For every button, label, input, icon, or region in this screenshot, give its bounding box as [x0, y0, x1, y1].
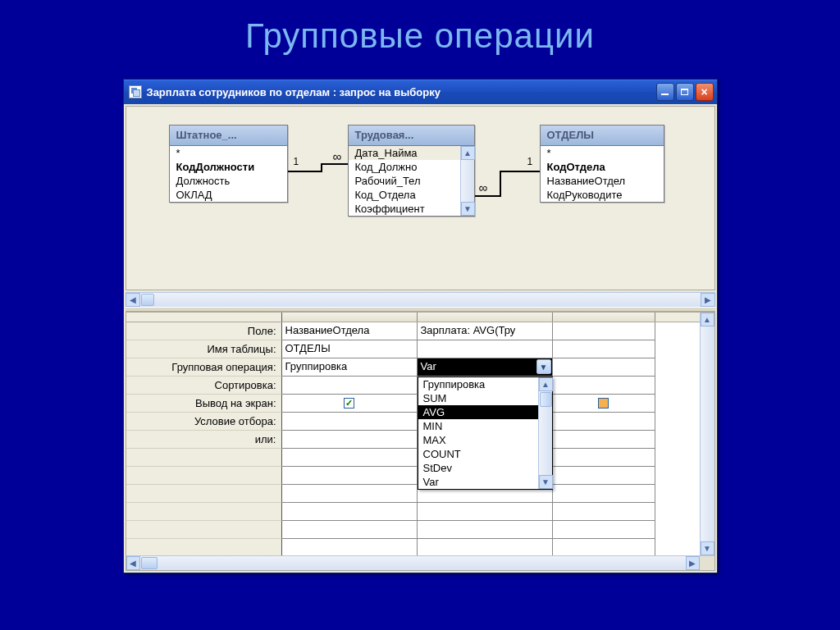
scroll-up-icon[interactable]: ▲: [539, 377, 553, 391]
relation-cardinality-one: 1: [527, 156, 533, 167]
dropdown-option[interactable]: MIN: [418, 419, 538, 433]
dropdown-option[interactable]: COUNT: [418, 447, 538, 461]
row-label: Групповая операция:: [126, 358, 282, 377]
titlebar[interactable]: Зарплата сотрудников по отделам : запрос…: [124, 80, 717, 104]
cell-blank[interactable]: [282, 467, 418, 485]
app-icon: [129, 85, 142, 98]
scrollbar-vertical[interactable]: ▲ ▼: [460, 146, 474, 216]
grid-column-headers: [126, 313, 700, 322]
relation-line[interactable]: [288, 171, 321, 172]
scroll-thumb[interactable]: [141, 294, 154, 306]
window-title: Зарплата сотрудников по отделам : запрос…: [147, 86, 656, 98]
cell-or[interactable]: [553, 431, 655, 449]
scroll-up-icon[interactable]: ▲: [701, 313, 714, 326]
groupop-dropdown[interactable]: Группировка SUM AVG MIN MAX COUNT StDev …: [418, 377, 553, 490]
query-designer-window: Зарплата сотрудников по отделам : запрос…: [123, 79, 718, 573]
cell-table[interactable]: [418, 340, 553, 358]
dropdown-option-selected[interactable]: AVG: [418, 405, 538, 419]
relation-cardinality-many: ∞: [333, 149, 342, 163]
field-pk[interactable]: КодОтдела: [541, 160, 664, 174]
scroll-right-icon[interactable]: ▶: [701, 293, 715, 307]
grid-row-criteria: Условие отбора:: [126, 413, 700, 431]
cell-field[interactable]: [553, 322, 655, 340]
query-grid: Поле: НазваниеОтдела Зарплата: AVG(Тру И…: [126, 312, 715, 571]
field-pk[interactable]: КодДолжности: [170, 160, 287, 174]
table-title[interactable]: ОТДЕЛЫ: [541, 126, 664, 146]
scroll-thumb[interactable]: [141, 557, 158, 569]
field[interactable]: ОКЛАД: [170, 188, 287, 202]
scroll-thumb[interactable]: [540, 392, 552, 407]
field[interactable]: Дата_Найма: [349, 146, 460, 160]
dropdown-option[interactable]: MAX: [418, 433, 538, 447]
cell-sort[interactable]: [553, 377, 655, 395]
cell-table[interactable]: [553, 340, 655, 358]
column-selector[interactable]: [553, 313, 655, 322]
column-selector[interactable]: [282, 313, 418, 322]
row-label: Сортировка:: [126, 377, 282, 395]
column-selector[interactable]: [418, 313, 553, 322]
scroll-down-icon[interactable]: ▼: [539, 475, 553, 489]
maximize-button[interactable]: [676, 83, 694, 101]
cell-groupop-active[interactable]: Var ▼: [418, 358, 553, 377]
checkbox-unchecked-icon[interactable]: ✓: [598, 398, 609, 409]
field[interactable]: *: [170, 146, 287, 160]
cell-criteria[interactable]: [282, 413, 418, 431]
relation-cardinality-many: ∞: [479, 180, 488, 194]
field[interactable]: Коэффициент: [349, 202, 460, 216]
dropdown-option[interactable]: SUM: [418, 391, 538, 405]
table-card-otdely[interactable]: ОТДЕЛЫ * КодОтдела НазваниеОтдел КодРуко…: [540, 125, 664, 203]
cell-show[interactable]: ✓: [553, 395, 655, 413]
grid-row-or: или:: [126, 431, 700, 449]
cell-groupop[interactable]: Группировка: [282, 358, 418, 377]
table-card-shtatnoe[interactable]: Штатное_... * КодДолжности Должность ОКЛ…: [169, 125, 288, 203]
row-label: Условие отбора:: [126, 413, 282, 431]
cell-table[interactable]: ОТДЕЛЫ: [282, 340, 418, 358]
cell-blank[interactable]: [282, 485, 418, 503]
row-label: Имя таблицы:: [126, 340, 282, 358]
cell-field[interactable]: НазваниеОтдела: [282, 322, 418, 340]
relationships-canvas[interactable]: Штатное_... * КодДолжности Должность ОКЛ…: [126, 106, 715, 290]
cell-show[interactable]: ✓: [282, 395, 418, 413]
cell-or[interactable]: [282, 431, 418, 449]
grid-vscroll[interactable]: ▲ ▼: [700, 313, 714, 555]
scroll-corner: [700, 556, 714, 571]
cell-blank[interactable]: [282, 449, 418, 467]
scroll-down-icon[interactable]: ▼: [461, 202, 475, 216]
checkbox-checked-icon[interactable]: ✓: [344, 398, 354, 409]
table-title[interactable]: Трудовая...: [349, 126, 474, 146]
scroll-up-icon[interactable]: ▲: [461, 146, 475, 160]
scroll-down-icon[interactable]: ▼: [701, 541, 714, 555]
table-card-trudovaya[interactable]: Трудовая... Дата_Найма Код_Должно Рабочи…: [348, 125, 475, 217]
relation-cardinality-one: 1: [294, 156, 299, 167]
table-title[interactable]: Штатное_...: [170, 126, 287, 146]
field[interactable]: Рабочий_Тел: [349, 174, 460, 188]
cell-field[interactable]: Зарплата: AVG(Тру: [418, 322, 553, 340]
dropdown-option[interactable]: StDev: [418, 461, 538, 475]
grid-hscroll[interactable]: ◀ ▶: [126, 555, 714, 570]
dropdown-option[interactable]: Группировка: [418, 377, 538, 391]
relation-line[interactable]: [475, 195, 500, 197]
canvas-hscroll[interactable]: ◀ ▶: [126, 292, 715, 307]
minimize-button[interactable]: [656, 83, 674, 101]
field[interactable]: НазваниеОтдел: [541, 174, 664, 188]
cell-sort[interactable]: [282, 377, 418, 395]
row-label: Поле:: [126, 322, 282, 340]
close-button[interactable]: ×: [696, 83, 714, 101]
cell-groupop[interactable]: [553, 358, 655, 377]
scroll-right-icon[interactable]: ▶: [686, 556, 700, 570]
field[interactable]: *: [541, 146, 664, 160]
field[interactable]: Код_Отдела: [349, 188, 460, 202]
dropdown-option[interactable]: Var: [418, 475, 538, 489]
dropdown-scrollbar[interactable]: ▲ ▼: [538, 377, 552, 489]
cell-blank[interactable]: [282, 539, 418, 557]
dropdown-arrow-icon[interactable]: ▼: [536, 359, 551, 374]
scroll-left-icon[interactable]: ◀: [126, 556, 140, 570]
cell-criteria[interactable]: [553, 413, 655, 431]
field[interactable]: Код_Должно: [349, 160, 460, 174]
field[interactable]: КодРуководите: [541, 188, 664, 202]
cell-blank[interactable]: [282, 521, 418, 539]
scroll-left-icon[interactable]: ◀: [126, 293, 140, 307]
cell-blank[interactable]: [282, 503, 418, 521]
field[interactable]: Должность: [170, 174, 287, 188]
grid-row-sort: Сортировка:: [126, 377, 700, 395]
